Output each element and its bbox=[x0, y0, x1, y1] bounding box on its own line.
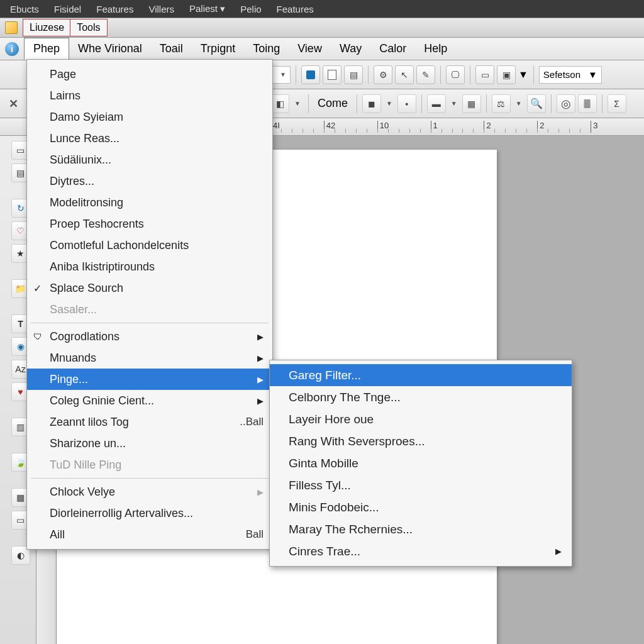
menu-item-chlock[interactable]: Chlock Velye▶ bbox=[27, 481, 272, 502]
window-icon: ▭ bbox=[481, 70, 489, 80]
menu-item-splace[interactable]: ✓Splace Sourch bbox=[27, 277, 272, 299]
toolbar-button[interactable]: ▣ bbox=[497, 65, 516, 84]
menu-item-mnuands[interactable]: Mnuands▶ bbox=[27, 347, 272, 369]
menu-item-lairns[interactable]: Lairns bbox=[27, 85, 272, 106]
toolbar-button[interactable]: ↖ bbox=[395, 65, 414, 84]
separator bbox=[421, 94, 422, 113]
submenu-item-cinres[interactable]: Cinres Trae...▶ bbox=[270, 540, 572, 562]
dropdown-arrow-icon[interactable]: ▼ bbox=[448, 100, 460, 107]
os-menu-item[interactable]: Features bbox=[89, 4, 141, 14]
grid-icon bbox=[467, 99, 475, 109]
target-icon bbox=[561, 97, 571, 111]
dropdown-arrow-icon[interactable]: ▼ bbox=[513, 100, 525, 107]
os-menu-item[interactable]: Fisidel bbox=[47, 4, 89, 14]
toolbar-button[interactable] bbox=[323, 65, 341, 84]
menu-item-sudaliunix[interactable]: Südäliunix... bbox=[27, 149, 272, 170]
menu-item-cogrodlations[interactable]: 🛡Cogrodlations▶ bbox=[27, 326, 272, 347]
submenu-item-filless[interactable]: Filless Tyl... bbox=[270, 474, 572, 496]
menu-help[interactable]: Help bbox=[415, 38, 456, 59]
toolbar-combo[interactable]: Sefetson▼ bbox=[539, 66, 602, 84]
dropdown-arrow-icon[interactable]: ▼ bbox=[292, 100, 303, 107]
toolbar-button[interactable]: ▪ bbox=[397, 94, 416, 113]
submenu-item-rang[interactable]: Rang With Seversproes... bbox=[270, 430, 572, 452]
os-menu-item[interactable]: Pelio bbox=[233, 4, 269, 14]
panel-icon: ▣ bbox=[502, 70, 511, 80]
submenu-item-layeir[interactable]: Layeir Hore oue bbox=[270, 408, 572, 430]
menu-item-damo[interactable]: Damo Syieiam bbox=[27, 106, 272, 128]
menu-item-page[interactable]: Page bbox=[27, 64, 272, 85]
os-top-bar: Ebucts Fisidel Features Villers Paliest … bbox=[0, 0, 644, 18]
toolbar-button[interactable]: 🖵 bbox=[446, 65, 465, 84]
toolbar-button[interactable]: ▬ bbox=[427, 94, 446, 113]
os-menu-item[interactable]: Villers bbox=[141, 4, 182, 14]
menu-item-comotleful[interactable]: Comotleful Lachondelcenits bbox=[27, 235, 272, 256]
submenu-item-minis[interactable]: Minis Fodobeic... bbox=[270, 496, 572, 518]
separator bbox=[486, 94, 487, 113]
main-dropdown-menu: Page Lairns Damo Syieiam Lunce Reas... S… bbox=[26, 59, 273, 550]
window-title-bar: Liuzese Tools bbox=[0, 18, 644, 38]
menu-trpignt[interactable]: Trpignt bbox=[192, 38, 244, 59]
os-menu-item[interactable]: Features bbox=[269, 4, 321, 14]
page-icon: ▭ bbox=[16, 145, 25, 155]
toolbar-button[interactable] bbox=[301, 65, 320, 84]
menu-item-sharizone[interactable]: Sharizone un... bbox=[27, 433, 272, 454]
menu-item-proep[interactable]: Proep Teshocrents bbox=[27, 213, 272, 235]
menu-item-coleg[interactable]: Coleg Gninie Cient...▶ bbox=[27, 390, 272, 411]
separator bbox=[357, 94, 357, 113]
toolbar-button[interactable]: ✎ bbox=[416, 65, 435, 84]
toolbar-button[interactable]: ▤ bbox=[344, 65, 363, 84]
separator bbox=[440, 65, 441, 84]
title-tab[interactable]: Liuzese bbox=[23, 19, 70, 36]
leaf-icon: 🍃 bbox=[15, 457, 26, 467]
toolbar-button[interactable] bbox=[374, 65, 392, 84]
close-button[interactable]: ✕ bbox=[5, 96, 21, 112]
submenu-item-maray[interactable]: Maray The Rchernies... bbox=[270, 518, 572, 540]
os-menu-item[interactable]: Paliest ▾ bbox=[182, 3, 233, 14]
menu-item-lunce[interactable]: Lunce Reas... bbox=[27, 128, 272, 149]
menu-view[interactable]: View bbox=[289, 38, 331, 59]
submenu-item-celbonry[interactable]: Celbonry The Tnge... bbox=[270, 386, 572, 408]
separator bbox=[551, 94, 552, 113]
submenu-arrow-icon: ▶ bbox=[555, 547, 562, 556]
menu-toing[interactable]: Toing bbox=[244, 38, 289, 59]
toolbar-button[interactable]: ◧ bbox=[270, 94, 289, 113]
info-icon[interactable]: i bbox=[5, 42, 19, 56]
menu-item-modelitronsing[interactable]: Modelitronsing bbox=[27, 192, 272, 213]
pen-icon: ✎ bbox=[422, 70, 430, 80]
toolbar-text-button[interactable]: Come bbox=[314, 97, 352, 110]
toolbar-button[interactable]: ▭ bbox=[475, 65, 494, 84]
menu-calor[interactable]: Calor bbox=[370, 38, 415, 59]
dropdown-arrow-icon[interactable]: ▼ bbox=[518, 69, 528, 80]
menu-item-diytres[interactable]: Diytres... bbox=[27, 170, 272, 192]
menu-item-pinge[interactable]: Pinge...▶ bbox=[27, 369, 272, 390]
submenu-arrow-icon: ▶ bbox=[257, 396, 264, 406]
submenu-item-gareg[interactable]: Gareg Filter... bbox=[270, 364, 572, 386]
toolbar-button[interactable] bbox=[462, 94, 481, 113]
monitor-icon: 🖵 bbox=[451, 70, 460, 80]
doc-icon bbox=[328, 70, 336, 80]
refresh-icon: ↻ bbox=[17, 203, 25, 213]
menu-phep[interactable]: Phep bbox=[24, 38, 69, 60]
menu-item-sasaler: Sasaler... bbox=[27, 299, 272, 320]
globe-icon: ◉ bbox=[17, 341, 25, 352]
search-icon bbox=[530, 97, 543, 109]
toolbar-button[interactable] bbox=[527, 94, 546, 113]
menu-whe-virional[interactable]: Whe Virional bbox=[69, 38, 151, 59]
menu-item-aniba[interactable]: Aniba Ikistriptirounds bbox=[27, 256, 272, 277]
toolbar-button[interactable]: Σ bbox=[608, 94, 626, 113]
menu-item-zeannt[interactable]: Zeannt lilos Tog..Ball bbox=[27, 411, 272, 433]
os-menu-item[interactable]: Ebucts bbox=[3, 4, 47, 14]
menu-way[interactable]: Way bbox=[331, 38, 370, 59]
toolbar-button[interactable]: 🀫 bbox=[578, 94, 597, 113]
menu-item-diorleiner[interactable]: Diorleinerrollig Artervalives... bbox=[27, 502, 272, 524]
dropdown-arrow-icon[interactable]: ▼ bbox=[384, 100, 395, 107]
title-tab[interactable]: Tools bbox=[70, 19, 107, 36]
toolbar-button[interactable]: ⚖ bbox=[492, 94, 511, 113]
toolbar-button[interactable] bbox=[557, 94, 575, 113]
menu-item-aill[interactable]: AillBall bbox=[27, 524, 272, 545]
submenu-item-ginta[interactable]: Ginta Mobille bbox=[270, 452, 572, 474]
film-icon: ▭ bbox=[16, 515, 25, 525]
toolbar-button[interactable]: ◼ bbox=[362, 94, 381, 113]
separator bbox=[470, 65, 470, 84]
menu-toail[interactable]: Toail bbox=[151, 38, 192, 59]
